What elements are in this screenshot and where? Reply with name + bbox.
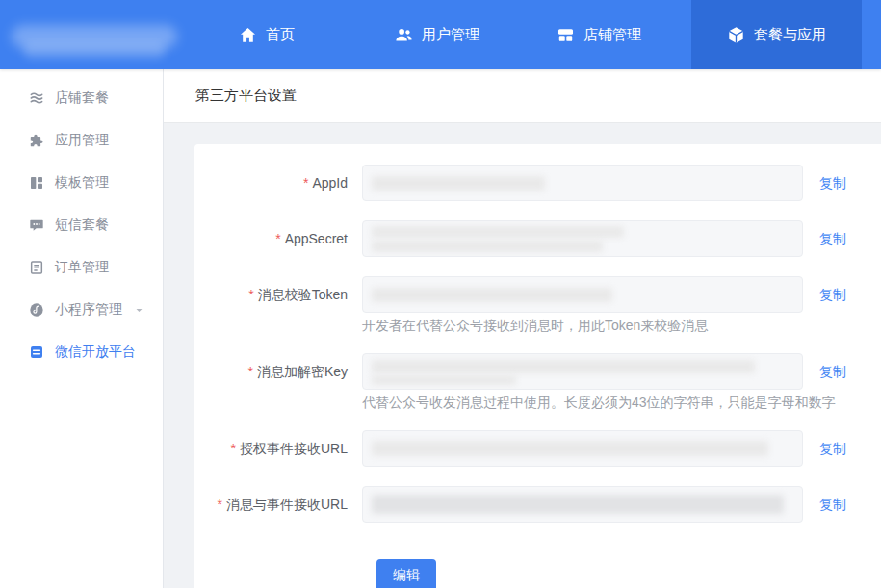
sidebar-item-label: 模板管理 xyxy=(55,174,109,192)
copy-button[interactable]: 复制 xyxy=(819,353,846,390)
form-row-encrypt-key: *消息加解密Key 代替公众号收发消息过程中使用。长度必须为43位的字符串，只能… xyxy=(194,353,881,411)
copy-button[interactable]: 复制 xyxy=(819,486,846,523)
sidebar-item-template-management[interactable]: 模板管理 xyxy=(0,162,163,204)
logo[interactable] xyxy=(12,25,183,58)
titlebar: 第三方平台设置 xyxy=(164,69,881,123)
redacted-value xyxy=(372,288,612,302)
field-label: *AppId xyxy=(194,165,362,201)
copy-button[interactable]: 复制 xyxy=(819,220,846,257)
nav-item-label: 用户管理 xyxy=(422,26,479,44)
nav-item-users[interactable]: 用户管理 xyxy=(395,0,479,69)
logo-redacted-blob xyxy=(23,42,166,58)
sidebar-item-miniprogram-management[interactable]: 小程序管理 xyxy=(0,289,163,331)
sidebar-item-label: 小程序管理 xyxy=(55,301,122,319)
sidebar-item-sms-packages[interactable]: 短信套餐 xyxy=(0,204,163,246)
settings-card: *AppId 复制 *AppSecret 复制 xyxy=(194,144,881,588)
form-row-appid: *AppId 复制 xyxy=(194,165,881,201)
required-asterisk: * xyxy=(231,441,236,456)
message-event-url-field[interactable] xyxy=(362,486,803,523)
sidebar-item-app-management[interactable]: 应用管理 xyxy=(0,119,163,162)
miniprogram-icon xyxy=(29,302,44,318)
form-row-message-event-url: *消息与事件接收URL 复制 xyxy=(194,486,881,523)
page-title: 第三方平台设置 xyxy=(195,87,297,105)
nav-item-label: 套餐与应用 xyxy=(754,26,826,44)
sidebar-item-label: 微信开放平台 xyxy=(55,344,136,361)
required-asterisk: * xyxy=(275,231,280,246)
required-asterisk: * xyxy=(247,364,252,379)
content-area: *AppId 复制 *AppSecret 复制 xyxy=(164,123,881,588)
sidebar-item-label: 店铺套餐 xyxy=(55,89,109,107)
chevron-down-icon xyxy=(135,306,143,315)
field-helper-text: 代替公众号收发消息过程中使用。长度必须为43位的字符串，只能是字母和数字 xyxy=(362,394,803,411)
nav-item-label: 首页 xyxy=(266,26,295,44)
users-icon xyxy=(395,26,413,44)
edit-button[interactable]: 编辑 xyxy=(376,559,436,588)
sidebar-item-label: 订单管理 xyxy=(55,259,109,276)
redacted-value xyxy=(372,226,624,238)
message-token-field[interactable] xyxy=(362,276,803,313)
button-row: 编辑 xyxy=(376,559,881,588)
appsecret-field[interactable] xyxy=(362,220,803,257)
redacted-value xyxy=(372,360,755,373)
field-helper-text: 开发者在代替公众号接收到消息时，用此Token来校验消息 xyxy=(362,317,803,334)
layers-icon xyxy=(29,90,44,106)
redacted-value xyxy=(372,241,603,252)
cube-icon xyxy=(727,26,745,44)
screen: 首页 用户管理 店铺管理 套餐与应用 店铺套餐 xyxy=(0,0,881,588)
nav-item-home[interactable]: 首页 xyxy=(239,0,295,69)
redacted-value xyxy=(372,495,784,514)
nav-item-shop[interactable]: 店铺管理 xyxy=(557,0,641,69)
required-asterisk: * xyxy=(303,175,308,191)
redacted-value xyxy=(372,441,768,456)
encrypt-key-field[interactable] xyxy=(362,353,803,390)
form-row-appsecret: *AppSecret 复制 xyxy=(194,220,881,257)
redacted-value xyxy=(372,176,545,191)
appid-field[interactable] xyxy=(362,165,803,201)
puzzle-icon xyxy=(29,133,44,148)
template-icon xyxy=(29,175,44,191)
field-label: *消息校验Token xyxy=(194,276,362,313)
form-row-auth-event-url: *授权事件接收URL 复制 xyxy=(194,430,881,467)
auth-event-url-field[interactable] xyxy=(362,430,803,467)
sidebar-item-wechat-open-platform[interactable]: 微信开放平台 xyxy=(0,331,163,373)
form-row-message-token: *消息校验Token 开发者在代替公众号接收到消息时，用此Token来校验消息 … xyxy=(194,276,881,334)
wechat-open-icon xyxy=(29,345,44,360)
nav-item-label: 店铺管理 xyxy=(583,26,641,44)
nav-item-packages[interactable]: 套餐与应用 xyxy=(691,0,862,69)
home-icon xyxy=(239,26,257,44)
copy-button[interactable]: 复制 xyxy=(819,430,846,467)
field-label: *AppSecret xyxy=(194,220,362,257)
sidebar-item-shop-packages[interactable]: 店铺套餐 xyxy=(0,77,163,119)
field-label: *消息与事件接收URL xyxy=(194,486,362,523)
sidebar: 店铺套餐 应用管理 模板管理 短信套餐 订单管理 xyxy=(0,69,164,588)
shop-icon xyxy=(557,26,575,44)
copy-button[interactable]: 复制 xyxy=(819,276,846,313)
copy-button[interactable]: 复制 xyxy=(819,165,846,201)
redacted-value xyxy=(372,375,516,385)
sidebar-item-label: 短信套餐 xyxy=(55,217,109,234)
sms-icon xyxy=(29,217,44,233)
required-asterisk: * xyxy=(248,287,253,302)
sidebar-item-order-management[interactable]: 订单管理 xyxy=(0,246,163,289)
required-asterisk: * xyxy=(218,497,222,512)
topbar: 首页 用户管理 店铺管理 套餐与应用 xyxy=(0,0,881,69)
orders-icon xyxy=(29,260,44,275)
field-label: *授权事件接收URL xyxy=(194,430,362,467)
field-label: *消息加解密Key xyxy=(194,353,362,390)
sidebar-item-label: 应用管理 xyxy=(55,132,109,149)
